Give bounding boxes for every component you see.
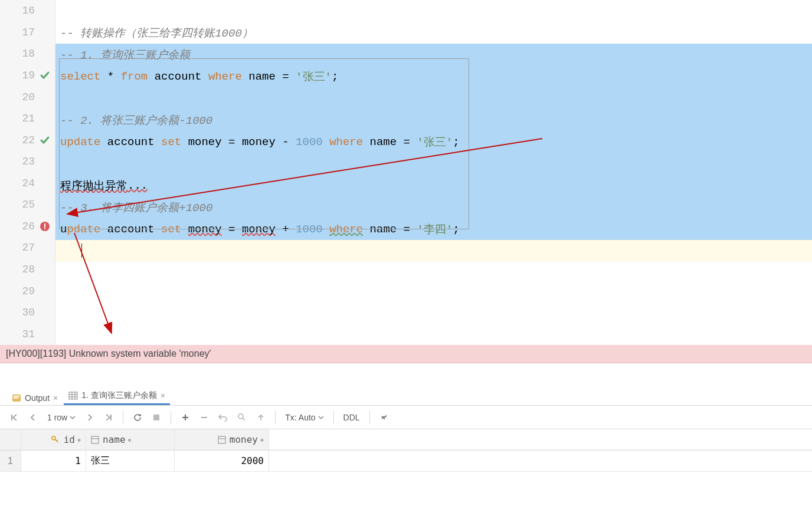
cell-rownum: 1: [0, 450, 21, 471]
sql-editor: 16171819202122232425262728293031 -- 转账操作…: [0, 0, 812, 345]
gutter-blank: [38, 306, 51, 319]
line-number: 29: [14, 285, 35, 297]
gutter-row[interactable]: 22: [0, 129, 55, 151]
column-name-label: name: [103, 434, 126, 445]
cell-name[interactable]: 张三: [86, 450, 175, 471]
column-money-label: money: [230, 434, 258, 445]
result-toolbar: 1 row Tx: Auto DDL: [0, 406, 812, 429]
code-line[interactable]: [55, 284, 812, 305]
gutter-blank: [38, 328, 51, 341]
line-number: 17: [14, 27, 35, 38]
code-area[interactable]: -- 转账操作（张三给李四转账1000）-- 1. 查询张三账户余额select…: [55, 0, 812, 345]
svg-rect-1: [44, 223, 45, 228]
line-number: 20: [14, 91, 35, 103]
column-header-money[interactable]: money ◆: [175, 429, 269, 450]
tab-output-label: Output: [25, 393, 50, 403]
check-icon: [38, 69, 51, 82]
close-icon[interactable]: ×: [161, 391, 165, 400]
tx-mode-dropdown[interactable]: Tx: Auto: [281, 413, 327, 422]
column-header-id[interactable]: id ◆: [21, 429, 86, 450]
chevron-down-icon: [318, 415, 324, 420]
pin-button[interactable]: [376, 409, 392, 426]
svg-rect-8: [14, 397, 18, 399]
gutter-row[interactable]: 23: [0, 151, 55, 173]
code-line[interactable]: [55, 305, 812, 327]
line-number: 24: [14, 177, 35, 189]
add-row-button[interactable]: [177, 409, 194, 426]
output-icon: [12, 393, 21, 403]
column-header-name[interactable]: name ◆: [86, 429, 175, 450]
gutter-blank: [38, 26, 51, 39]
key-icon: [51, 435, 60, 445]
gutter-row[interactable]: 29: [0, 280, 55, 302]
gutter-row[interactable]: 16: [0, 0, 55, 22]
tab-result[interactable]: 1. 查询张三账户余额 ×: [64, 388, 170, 405]
code-line[interactable]: [55, 240, 812, 262]
revert-button[interactable]: [215, 409, 231, 426]
gutter-blank: [38, 155, 51, 168]
gutter-blank: [38, 285, 51, 298]
ddl-label: DDL: [343, 413, 360, 422]
gutter-blank: [38, 91, 51, 104]
column-icon: [218, 436, 226, 444]
stop-button[interactable]: [148, 409, 165, 426]
svg-rect-17: [91, 436, 99, 443]
last-page-button[interactable]: [100, 409, 117, 426]
gutter-row[interactable]: 21: [0, 108, 55, 130]
gutter-row[interactable]: 30: [0, 302, 55, 324]
chevron-down-icon: [70, 415, 76, 420]
svg-point-15: [238, 414, 243, 419]
gutter-blank: [38, 263, 51, 276]
gutter-row[interactable]: 28: [0, 259, 55, 281]
submit-button[interactable]: [253, 409, 269, 426]
first-page-button[interactable]: [6, 409, 22, 426]
rowcount-dropdown[interactable]: 1 row: [44, 413, 79, 422]
gutter-blank: [38, 47, 51, 60]
line-number: 28: [14, 264, 35, 275]
rownum-header: [0, 429, 21, 450]
sort-icon: ◆: [77, 436, 81, 443]
cell-money[interactable]: 2000: [175, 450, 269, 471]
gutter-row[interactable]: 27: [0, 237, 55, 259]
svg-rect-9: [69, 392, 77, 399]
tab-output[interactable]: Output ×: [7, 391, 63, 405]
line-number: 18: [14, 48, 35, 60]
table-row[interactable]: 1 1 张三 2000: [0, 450, 812, 472]
gutter-row[interactable]: 18: [0, 43, 55, 65]
next-page-button[interactable]: [81, 409, 98, 426]
gutter-row[interactable]: 24: [0, 173, 55, 195]
gutter-row[interactable]: 31: [0, 323, 55, 345]
gutter: 16171819202122232425262728293031: [0, 0, 55, 345]
line-number: 16: [14, 5, 35, 17]
gutter-row[interactable]: 25: [0, 194, 55, 216]
line-number: 27: [14, 242, 35, 254]
gutter-blank: [38, 198, 51, 211]
reload-button[interactable]: [129, 409, 146, 426]
gutter-row[interactable]: 20: [0, 86, 55, 108]
table-header-row: id ◆ name ◆ money ◆: [0, 429, 812, 450]
svg-rect-2: [44, 228, 45, 229]
gutter-blank: [38, 241, 51, 254]
code-line[interactable]: [55, 327, 812, 349]
close-icon[interactable]: ×: [53, 393, 58, 403]
line-number: 22: [14, 134, 35, 146]
result-table: id ◆ name ◆ money ◆ 1 1 张三 2000: [0, 429, 812, 472]
remove-row-button[interactable]: [196, 409, 212, 426]
gutter-row[interactable]: 19: [0, 65, 55, 87]
code-line[interactable]: [55, 262, 812, 284]
code-line[interactable]: -- 转账操作（张三给李四转账1000）: [55, 22, 812, 44]
column-id-label: id: [64, 434, 75, 445]
prev-page-button[interactable]: [25, 409, 41, 426]
gutter-row[interactable]: 17: [0, 22, 55, 44]
preview-changes-button[interactable]: [234, 409, 250, 426]
execution-outline: [59, 58, 469, 229]
ddl-button[interactable]: DDL: [340, 413, 364, 422]
sort-icon: ◆: [128, 436, 132, 443]
line-number: 23: [14, 156, 35, 167]
line-number: 25: [14, 199, 35, 210]
gutter-row[interactable]: 26: [0, 216, 55, 238]
column-icon: [91, 436, 99, 444]
error-icon: [38, 220, 51, 233]
cell-id[interactable]: 1: [21, 450, 86, 471]
code-line[interactable]: [55, 0, 812, 22]
